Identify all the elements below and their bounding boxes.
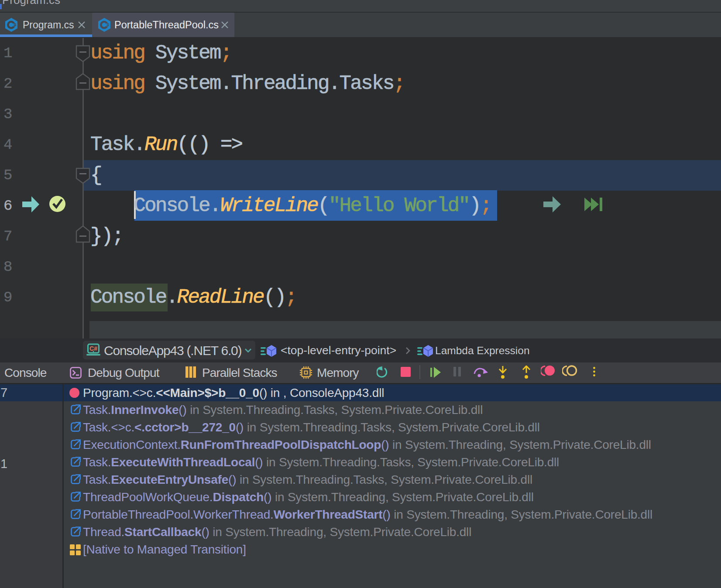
svg-text:C#: C# (89, 345, 97, 352)
